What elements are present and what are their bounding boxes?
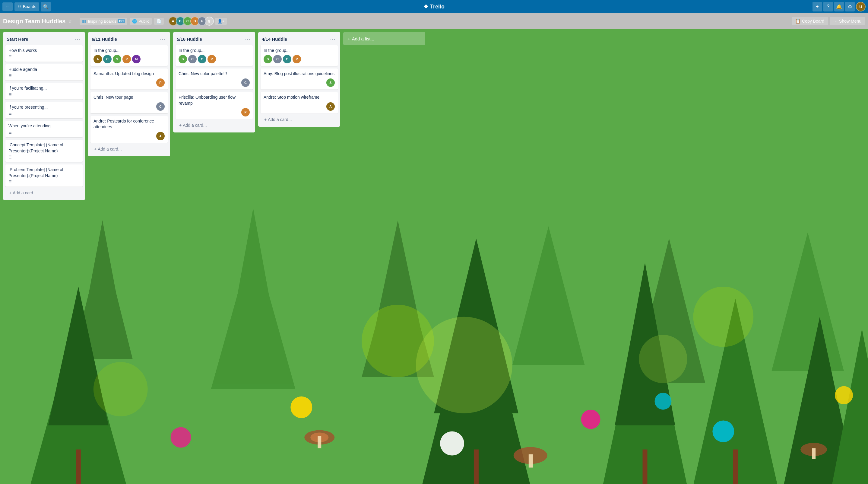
list-cards: In the group... ACSPM Samantha: Updated …: [88, 45, 170, 143]
card-title: Chris: New tour page: [93, 94, 165, 100]
card[interactable]: Andre: Postcards for conference attendee…: [91, 116, 168, 143]
nav-right-actions: + ? 🔔 ⚙ U: [812, 2, 866, 11]
search-icon: 🔍: [43, 4, 49, 10]
copy-board-button[interactable]: 📋 Copy Board: [792, 17, 828, 25]
card[interactable]: When you're attending... ☰: [5, 121, 83, 137]
card[interactable]: Chris: New color palette!!! C: [176, 68, 253, 90]
card[interactable]: If you're facilitating... ☰: [5, 83, 83, 99]
star-icon: ☆: [68, 19, 72, 24]
list-title: 5/16 Huddle: [177, 36, 241, 42]
card[interactable]: Huddle agenda ☰: [5, 64, 83, 81]
description-icon: ☰: [8, 93, 80, 97]
org-button[interactable]: ▮▮ Inspiring Boards BC: [80, 18, 127, 25]
logo-icon: ❖: [424, 3, 428, 10]
add-card-button[interactable]: + Add a card...: [91, 144, 168, 154]
card[interactable]: In the group... SCCP: [176, 45, 253, 66]
help-icon: ?: [827, 4, 830, 9]
search-button[interactable]: 🔍: [41, 2, 51, 11]
add-list-button[interactable]: +Add a list...: [343, 32, 425, 45]
header-divider-1: [76, 18, 76, 25]
show-menu-button[interactable]: ⋯ Show Menu: [830, 17, 865, 25]
description-icon: ☰: [8, 55, 80, 59]
list-huddle-611: 6/11 Huddle ⋯ In the group... ACSPM Sama…: [88, 32, 170, 156]
card[interactable]: How this works ☰: [5, 45, 83, 62]
boards-icon: ☷: [18, 4, 22, 9]
list-menu-button[interactable]: ⋯: [329, 35, 337, 43]
gear-icon: ⚙: [848, 4, 852, 10]
add-card-label: Add a card...: [98, 147, 122, 151]
list-title: 4/14 Huddle: [262, 36, 326, 42]
boards-label: Boards: [23, 4, 36, 9]
card-title: [Problem Template] (Name of Presenter):(…: [8, 167, 80, 179]
card-title: Andre: Stop motion wireframe: [264, 94, 335, 100]
add-member-button[interactable]: 👤+: [215, 18, 227, 25]
visibility-label: Public: [138, 19, 149, 24]
description-icon: ☰: [8, 155, 80, 159]
list-huddle-414: 4/14 Huddle ⋯ In the group... SCCP Amy: …: [258, 32, 340, 127]
org-name: Inspiring Boards: [88, 19, 116, 24]
card-title: If you're facilitating...: [8, 85, 80, 91]
description-icon: ☰: [8, 111, 80, 116]
ellipsis-icon: ⋯: [833, 19, 838, 24]
settings-button[interactable]: ⚙: [845, 2, 855, 11]
show-menu-label: Show Menu: [839, 19, 861, 24]
card-title: Chris: New color palette!!!: [179, 71, 250, 77]
list-header: 6/11 Huddle ⋯: [88, 32, 170, 45]
card-title: In the group...: [264, 48, 335, 54]
add-button[interactable]: +: [812, 2, 822, 11]
description-icon: ☰: [8, 180, 80, 184]
plus-icon: +: [347, 36, 350, 41]
card[interactable]: [Problem Template] (Name of Presenter):(…: [5, 164, 83, 187]
card[interactable]: Priscilla: Onboarding user flow revamp P: [176, 92, 253, 119]
plus-icon: +: [179, 123, 182, 128]
card[interactable]: Samantha: Updated blog design P: [91, 68, 168, 90]
notifications-button[interactable]: 🔔: [834, 2, 844, 11]
plus-icon: +: [264, 117, 267, 122]
card-title: Huddle agenda: [8, 67, 80, 73]
list-menu-button[interactable]: ⋯: [73, 35, 82, 43]
filter-icon: 📄: [157, 19, 161, 24]
list-menu-button[interactable]: ⋯: [244, 35, 251, 43]
card-title: In the group...: [93, 48, 165, 54]
board-header: Design Team Huddles ☆ ▮▮ Inspiring Board…: [0, 13, 868, 29]
user-avatar[interactable]: U: [856, 2, 866, 11]
card-title: In the group...: [179, 48, 250, 54]
add-card-button[interactable]: + Add a card...: [5, 188, 83, 198]
star-button[interactable]: ☆: [68, 19, 72, 24]
card[interactable]: In the group... ACSPM: [91, 45, 168, 66]
card[interactable]: Amy: Blog post illustrations guidelines …: [260, 68, 338, 90]
org-badge: BC: [118, 19, 125, 23]
add-card-button[interactable]: + Add a card...: [260, 115, 338, 124]
card-title: Samantha: Updated blog design: [93, 71, 165, 77]
back-button[interactable]: ←: [2, 2, 13, 11]
list-cards: In the group... SCCP Amy: Blog post illu…: [258, 45, 340, 114]
globe-icon: 🌐: [132, 19, 137, 24]
card[interactable]: Chris: New tour page C: [91, 92, 168, 114]
card-title: [Concept Template] (Name of Presenter):(…: [8, 142, 80, 154]
list-cards: How this works ☰ Huddle agenda ☰ If you'…: [3, 45, 85, 187]
member-count[interactable]: 9: [205, 17, 214, 26]
plus-icon: +: [9, 190, 11, 195]
add-member-icon: 👤+: [217, 19, 225, 24]
card[interactable]: If you're presenting... ☰: [5, 102, 83, 119]
add-icon: +: [816, 4, 818, 9]
top-navigation: ← ☷ Boards 🔍 ❖ Trello + ? 🔔 ⚙ U: [0, 0, 868, 13]
board-title: Design Team Huddles: [3, 18, 65, 25]
add-card-button[interactable]: + Add a card...: [176, 120, 253, 130]
list-title: Start Here: [7, 36, 71, 42]
card-title: When you're attending...: [8, 123, 80, 129]
filter-button[interactable]: 📄: [154, 18, 164, 25]
add-card-label: Add a card...: [13, 190, 36, 195]
add-card-label: Add a card...: [268, 117, 292, 122]
list-menu-button[interactable]: ⋯: [159, 35, 166, 43]
help-button[interactable]: ?: [824, 2, 833, 11]
member-avatars-group: A B C D E 9 👤+: [168, 17, 227, 26]
add-list-label: Add a list...: [352, 36, 374, 41]
boards-button[interactable]: ☷ Boards: [14, 2, 39, 11]
logo-text: Trello: [430, 4, 444, 10]
card[interactable]: In the group... SCCP: [260, 45, 338, 66]
card[interactable]: [Concept Template] (Name of Presenter):(…: [5, 140, 83, 162]
card[interactable]: Andre: Stop motion wireframe A: [260, 92, 338, 114]
list-start-here: Start Here ⋯ How this works ☰ Huddle age…: [3, 32, 85, 200]
visibility-button[interactable]: 🌐 Public: [130, 18, 151, 25]
